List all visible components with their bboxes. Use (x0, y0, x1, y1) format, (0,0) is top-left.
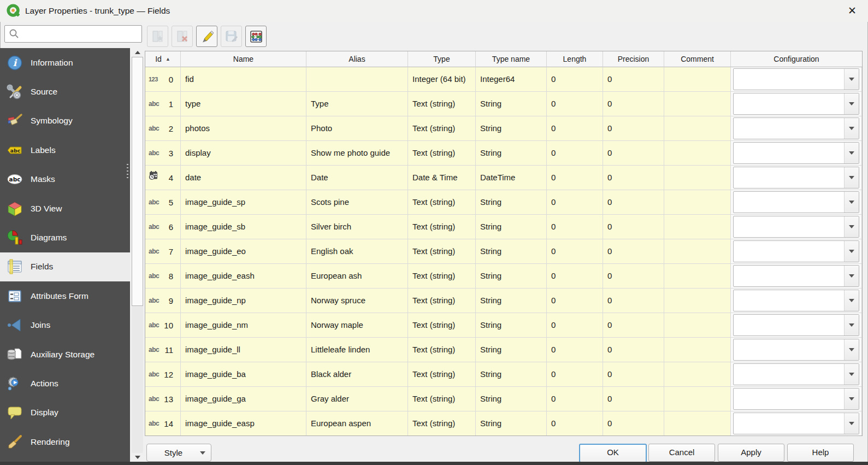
configuration-combobox[interactable] (733, 68, 859, 90)
ok-button[interactable]: OK (579, 444, 647, 463)
cell-alias[interactable]: Show me photo guide (306, 141, 408, 166)
cell-comment[interactable] (664, 387, 731, 411)
cell-comment[interactable] (664, 215, 731, 239)
cell-comment[interactable] (664, 338, 731, 362)
configuration-combobox[interactable] (733, 413, 859, 434)
configuration-combobox[interactable] (733, 117, 859, 139)
cell-comment[interactable] (664, 362, 731, 387)
cell-name[interactable]: image_guide_nm (181, 313, 306, 338)
column-header-alias[interactable]: Alias (306, 51, 408, 67)
cell-alias[interactable]: Date (306, 166, 408, 190)
cell-name[interactable]: image_guide_sb (181, 215, 306, 239)
cell-alias[interactable]: Scots pine (306, 190, 408, 215)
cell-name[interactable]: image_guide_sp (181, 190, 306, 215)
configuration-combobox[interactable] (733, 240, 859, 262)
cell-name[interactable]: image_guide_easp (181, 411, 306, 435)
search-input[interactable] (20, 27, 141, 41)
cell-comment[interactable] (664, 67, 731, 92)
cell-name[interactable]: image_guide_eash (181, 264, 306, 289)
column-header-type-name[interactable]: Type name (476, 51, 547, 67)
sidebar-item-labels[interactable]: abc Labels (0, 136, 130, 164)
cell-name[interactable]: image_guide_ll (181, 338, 306, 362)
cell-comment[interactable] (664, 239, 731, 264)
style-dropdown-button[interactable]: Style (146, 444, 211, 462)
cell-name[interactable]: photos (181, 116, 306, 141)
sidebar-item-masks[interactable]: abc Masks (0, 165, 130, 194)
sidebar-item-source[interactable]: Source (0, 77, 130, 106)
configuration-combobox[interactable] (733, 265, 859, 287)
column-header-type[interactable]: Type (408, 51, 476, 67)
sidebar-item-symbology[interactable]: Symbology (0, 107, 130, 136)
cell-alias[interactable]: Silver birch (306, 215, 408, 239)
cell-configuration (731, 92, 862, 116)
cell-name[interactable]: image_guide_np (181, 289, 306, 313)
sidebar-item-3d-view[interactable]: 3D View (0, 194, 130, 223)
scrollbar-thumb[interactable] (132, 57, 143, 306)
cell-comment[interactable] (664, 141, 731, 166)
sidebar-item-attributes-form[interactable]: Attributes Form (0, 281, 130, 310)
cell-comment[interactable] (664, 264, 731, 289)
configuration-combobox[interactable] (733, 388, 859, 410)
cell-alias[interactable]: Photo (306, 116, 408, 141)
sidebar-item-rendering[interactable]: Rendering (0, 427, 130, 456)
cell-comment[interactable] (664, 116, 731, 141)
cell-alias[interactable]: Gray alder (306, 387, 408, 411)
field-calculator-button[interactable] (245, 26, 267, 47)
sidebar-item-diagrams[interactable]: Diagrams (0, 223, 130, 252)
scroll-up-button[interactable] (132, 48, 143, 57)
cell-comment[interactable] (664, 313, 731, 338)
configuration-combobox[interactable] (733, 290, 859, 311)
sidebar-item-joins[interactable]: Joins (0, 311, 130, 340)
cancel-button[interactable]: Cancel (648, 444, 715, 462)
cell-name[interactable]: image_guide_ba (181, 362, 306, 387)
cell-comment[interactable] (664, 92, 731, 116)
cell-alias[interactable]: Norway maple (306, 313, 408, 338)
cell-alias[interactable] (306, 67, 408, 92)
cell-comment[interactable] (664, 411, 731, 435)
column-header-precision[interactable]: Precision (603, 51, 664, 67)
column-header-length[interactable]: Length (547, 51, 603, 67)
configuration-combobox[interactable] (733, 142, 859, 164)
column-header-id[interactable]: Id ▲ (145, 51, 181, 67)
configuration-combobox[interactable] (733, 314, 859, 336)
cell-name[interactable]: type (181, 92, 306, 116)
configuration-combobox[interactable] (733, 363, 859, 385)
cell-alias[interactable]: English oak (306, 239, 408, 264)
cell-name[interactable]: fid (181, 67, 306, 92)
cell-comment[interactable] (664, 166, 731, 190)
cell-type-name: String (476, 141, 547, 166)
sidebar-scrollbar[interactable] (132, 48, 143, 462)
scroll-down-button[interactable] (132, 453, 143, 462)
configuration-combobox[interactable] (733, 191, 859, 213)
cell-name[interactable]: image_guide_ga (181, 387, 306, 411)
cell-alias[interactable]: Black alder (306, 362, 408, 387)
sidebar-item-display[interactable]: Display (0, 398, 130, 427)
cell-name[interactable]: image_guide_eo (181, 239, 306, 264)
configuration-combobox[interactable] (733, 93, 859, 115)
configuration-combobox[interactable] (733, 167, 859, 189)
cell-name[interactable]: date (181, 166, 306, 190)
cell-name[interactable]: display (181, 141, 306, 166)
column-header-comment[interactable]: Comment (664, 51, 731, 67)
cell-comment[interactable] (664, 289, 731, 313)
apply-button[interactable]: Apply (718, 444, 784, 462)
cell-alias[interactable]: Norway spruce (306, 289, 408, 313)
close-icon[interactable]: ✕ (843, 2, 861, 20)
sidebar-item-information[interactable]: i Information (0, 48, 130, 77)
sidebar-item-actions[interactable]: Actions (0, 369, 130, 398)
sidebar-item-fields[interactable]: Fields (0, 252, 130, 281)
cell-alias[interactable]: Type (306, 92, 408, 116)
help-button[interactable]: Help (787, 444, 854, 462)
cell-comment[interactable] (664, 190, 731, 215)
cell-alias[interactable]: Littleleafe linden (306, 338, 408, 362)
column-header-name[interactable]: Name (181, 51, 306, 67)
configuration-combobox[interactable] (733, 339, 859, 361)
configuration-combobox[interactable] (733, 216, 859, 238)
splitter-grip[interactable] (127, 164, 128, 178)
column-header-configuration[interactable]: Configuration (731, 51, 862, 67)
cell-type: Text (string) (408, 387, 476, 411)
sidebar-item-auxiliary-storage[interactable]: Auxiliary Storage (0, 340, 130, 369)
cell-alias[interactable]: European aspen (306, 411, 408, 435)
toggle-editing-button[interactable] (196, 26, 217, 47)
cell-alias[interactable]: European ash (306, 264, 408, 289)
